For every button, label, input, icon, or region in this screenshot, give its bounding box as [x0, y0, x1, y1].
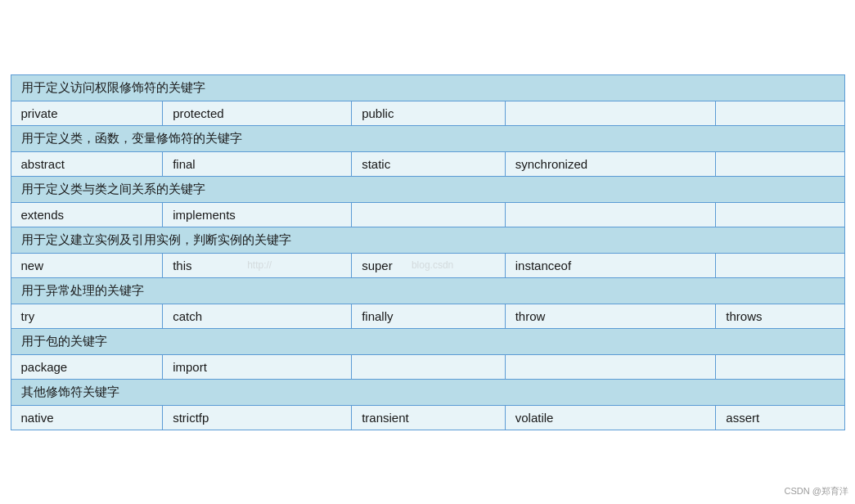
section-header-cell: 用于异常处理的关键字: [11, 277, 844, 304]
keyword-cell: strictfp: [163, 405, 352, 430]
keyword-cell: [505, 354, 716, 379]
keyword-cell: [716, 354, 844, 379]
section-header-row: 用于定义类与类之间关系的关键字: [11, 176, 844, 202]
keyword-cell: private: [11, 101, 163, 125]
section-header-cell: 用于定义类，函数，变量修饰符的关键字: [11, 125, 844, 151]
keyword-cell: native: [11, 405, 163, 430]
section-header-cell: 用于定义类与类之间关系的关键字: [11, 176, 844, 202]
section-header-cell: 用于包的关键字: [11, 328, 844, 354]
keyword-row: nativestrictfptransientvolatileassert: [11, 405, 844, 430]
keyword-cell: superblog.csdn: [352, 253, 506, 277]
section-header-row: 其他修饰符关键字: [11, 379, 844, 405]
section-header-row: 用于异常处理的关键字: [11, 277, 844, 304]
keyword-cell: import: [163, 354, 352, 379]
keyword-cell: implements: [163, 202, 352, 227]
csdn-credit: CSDN @郑育洋: [785, 485, 848, 497]
keyword-cell: [505, 202, 716, 227]
section-header-row: 用于定义访问权限修饰符的关键字: [11, 74, 844, 101]
keyword-row: privateprotectedpublic: [11, 101, 844, 125]
keyword-cell: try: [11, 304, 163, 328]
keyword-cell: throw: [505, 304, 716, 328]
keyword-cell: [352, 202, 506, 227]
section-header-cell: 用于定义访问权限修饰符的关键字: [11, 74, 844, 101]
keyword-cell: [716, 253, 844, 277]
keyword-cell: [716, 101, 844, 125]
section-header-row: 用于定义类，函数，变量修饰符的关键字: [11, 125, 844, 151]
keywords-table: 用于定义访问权限修饰符的关键字privateprotectedpublic用于定…: [11, 74, 845, 430]
keyword-cell: synchronized: [505, 151, 716, 176]
keyword-cell: public: [352, 101, 506, 125]
section-header-row: 用于包的关键字: [11, 328, 844, 354]
section-header-cell: 用于定义建立实例及引用实例，判断实例的关键字: [11, 227, 844, 253]
keyword-cell: instanceof: [505, 253, 716, 277]
keyword-cell: catch: [163, 304, 352, 328]
keyword-cell: [352, 354, 506, 379]
keyword-row: packageimport: [11, 354, 844, 379]
keyword-cell: extends: [11, 202, 163, 227]
keyword-cell: volatile: [505, 405, 716, 430]
keyword-row: trycatchfinallythrowthrows: [11, 304, 844, 328]
section-header-row: 用于定义建立实例及引用实例，判断实例的关键字: [11, 227, 844, 253]
page-container: 用于定义访问权限修饰符的关键字privateprotectedpublic用于定…: [0, 0, 855, 504]
keyword-cell: final: [163, 151, 352, 176]
keyword-cell: [716, 151, 844, 176]
keyword-cell: abstract: [11, 151, 163, 176]
keyword-row: abstractfinalstaticsynchronized: [11, 151, 844, 176]
keyword-cell: throws: [716, 304, 844, 328]
keyword-cell: thishttp://: [163, 253, 352, 277]
keyword-cell: [505, 101, 716, 125]
keyword-row: extendsimplements: [11, 202, 844, 227]
keyword-cell: assert: [716, 405, 844, 430]
keyword-cell: new: [11, 253, 163, 277]
keyword-cell: package: [11, 354, 163, 379]
table-wrapper: 用于定义访问权限修饰符的关键字privateprotectedpublic用于定…: [11, 74, 845, 430]
section-header-cell: 其他修饰符关键字: [11, 379, 844, 405]
keyword-cell: transient: [352, 405, 506, 430]
keyword-cell: static: [352, 151, 506, 176]
keyword-row: newthishttp://superblog.csdninstanceof: [11, 253, 844, 277]
keyword-cell: [716, 202, 844, 227]
keyword-cell: finally: [352, 304, 506, 328]
keyword-cell: protected: [163, 101, 352, 125]
